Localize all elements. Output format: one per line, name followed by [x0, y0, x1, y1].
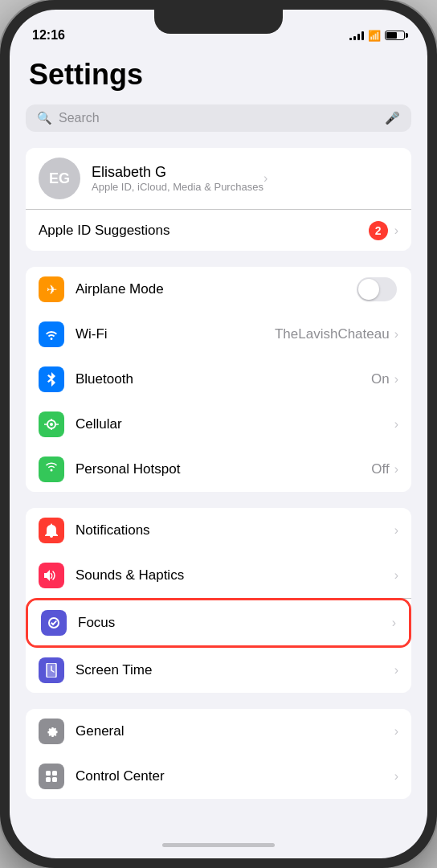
apple-id-suggestions-label: Apple ID Suggestions [39, 223, 369, 239]
notifications-chevron: › [394, 523, 398, 538]
profile-subtitle: Apple ID, iCloud, Media & Purchases [92, 181, 263, 193]
status-icons: 📶 [349, 30, 405, 42]
mic-icon: 🎤 [385, 111, 400, 125]
screentime-item[interactable]: Screen Time › [26, 648, 411, 693]
notch [154, 10, 283, 34]
bluetooth-icon [39, 366, 64, 392]
wifi-status-icon: 📶 [368, 30, 381, 42]
profile-card: EG Elisabeth G Apple ID, iCloud, Media &… [26, 148, 411, 251]
hotspot-icon [39, 457, 64, 482]
bluetooth-chevron: › [394, 372, 398, 387]
cellular-label: Cellular [76, 416, 394, 432]
phone-screen: 12:16 📶 Settings 🔍 Search [10, 10, 427, 858]
avatar: EG [39, 158, 80, 199]
screentime-chevron: › [394, 663, 398, 678]
sounds-icon [39, 563, 64, 588]
notifications-card: Notifications › Sounds & Haptics › [26, 508, 411, 693]
connectivity-card: ✈ Airplane Mode Wi-Fi TheLavishChateau [26, 267, 411, 492]
controlcenter-label: Control Center [76, 768, 394, 784]
general-item[interactable]: General › [26, 709, 411, 754]
controlcenter-chevron: › [394, 769, 398, 784]
phone-frame: 12:16 📶 Settings 🔍 Search [0, 0, 437, 868]
search-icon: 🔍 [37, 111, 52, 125]
cellular-item[interactable]: Cellular › [26, 402, 411, 447]
sounds-label: Sounds & Haptics [76, 567, 394, 583]
airplane-mode-item[interactable]: ✈ Airplane Mode [26, 267, 411, 312]
screentime-label: Screen Time [76, 662, 394, 678]
notifications-icon [39, 518, 64, 543]
wifi-value: TheLavishChateau [275, 326, 390, 342]
apple-id-badge: 2 [369, 221, 388, 240]
home-indicator [162, 843, 275, 847]
sounds-item[interactable]: Sounds & Haptics › [26, 553, 411, 598]
apple-id-suggestions-item[interactable]: Apple ID Suggestions 2 › [26, 209, 411, 251]
general-chevron: › [394, 724, 398, 739]
bluetooth-label: Bluetooth [76, 371, 371, 387]
wifi-label: Wi-Fi [76, 326, 275, 342]
focus-item[interactable]: Focus › [28, 600, 409, 645]
hotspot-value: Off [371, 461, 389, 477]
screentime-icon [39, 657, 64, 683]
notifications-label: Notifications [76, 522, 394, 538]
svg-rect-5 [52, 771, 57, 776]
general-card: General › Control Center › [26, 709, 411, 799]
cellular-icon [39, 411, 64, 437]
search-placeholder: Search [59, 111, 378, 125]
focus-icon [41, 610, 67, 636]
apple-id-chevron: › [394, 223, 398, 238]
focus-label: Focus [78, 615, 392, 631]
status-time: 12:16 [32, 28, 65, 43]
profile-name: Elisabeth G [92, 164, 263, 181]
airplane-toggle[interactable] [357, 277, 397, 301]
bluetooth-item[interactable]: Bluetooth On › [26, 357, 411, 402]
wifi-item[interactable]: Wi-Fi TheLavishChateau › [26, 312, 411, 357]
sounds-chevron: › [394, 568, 398, 583]
settings-content: Settings 🔍 Search 🎤 EG Elisabeth G Apple… [10, 50, 427, 858]
search-bar[interactable]: 🔍 Search 🎤 [26, 104, 411, 132]
signal-icon [349, 31, 364, 40]
svg-point-1 [50, 423, 53, 426]
general-icon [39, 719, 64, 744]
svg-rect-6 [46, 777, 51, 782]
airplane-icon: ✈ [39, 276, 64, 302]
hotspot-item[interactable]: Personal Hotspot Off › [26, 447, 411, 492]
bluetooth-value: On [371, 371, 390, 387]
wifi-chevron: › [394, 327, 398, 342]
profile-chevron: › [263, 171, 268, 186]
svg-rect-7 [52, 777, 57, 782]
profile-item[interactable]: EG Elisabeth G Apple ID, iCloud, Media &… [26, 148, 411, 209]
page-title: Settings [26, 58, 411, 92]
airplane-label: Airplane Mode [76, 281, 357, 297]
notifications-item[interactable]: Notifications › [26, 508, 411, 553]
controlcenter-item[interactable]: Control Center › [26, 754, 411, 799]
focus-chevron: › [392, 616, 396, 630]
focus-highlight-border: Focus › [26, 598, 411, 648]
svg-rect-4 [46, 771, 51, 776]
controlcenter-icon [39, 764, 64, 789]
wifi-icon [39, 321, 64, 347]
cellular-chevron: › [394, 417, 398, 432]
battery-icon [385, 31, 405, 40]
profile-text: Elisabeth G Apple ID, iCloud, Media & Pu… [92, 164, 263, 193]
hotspot-label: Personal Hotspot [76, 461, 371, 477]
general-label: General [76, 723, 394, 739]
hotspot-chevron: › [394, 462, 398, 477]
